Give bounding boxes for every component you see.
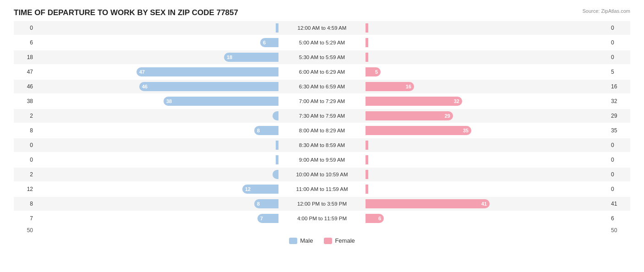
time-label: 12:00 PM to 3:59 PM xyxy=(278,201,366,207)
left-value: 0 xyxy=(14,157,36,163)
male-bar-wrap: 47 xyxy=(123,67,278,77)
male-bar: 8 xyxy=(254,126,278,135)
female-bar xyxy=(366,185,368,194)
male-bar-wrap xyxy=(123,169,278,180)
left-value: 0 xyxy=(14,142,36,148)
legend-female-box xyxy=(324,238,332,244)
table-row: 46466:30 AM to 6:59 AM1616 xyxy=(14,80,630,93)
table-row: 888:00 AM to 8:29 AM3535 xyxy=(14,124,630,137)
female-bar-wrap: 29 xyxy=(366,111,521,121)
time-label: 4:00 PM to 11:59 PM xyxy=(278,216,366,221)
table-row: 8812:00 PM to 3:59 PM4141 xyxy=(14,197,630,211)
chart-title: TIME OF DEPARTURE TO WORK BY SEX IN ZIP … xyxy=(14,8,630,17)
female-bar: 35 xyxy=(366,126,471,135)
legend-male-label: Male xyxy=(300,237,313,244)
bars-center: 1211:00 AM to 11:59 AM xyxy=(36,182,608,196)
legend: Male Female xyxy=(14,237,630,244)
time-label: 10:00 AM to 10:59 AM xyxy=(278,172,366,177)
left-value: 18 xyxy=(14,54,36,60)
female-bar-wrap: 6 xyxy=(366,213,521,223)
left-value: 7 xyxy=(14,215,36,222)
female-bar-wrap xyxy=(366,155,521,165)
female-bar xyxy=(366,141,368,150)
left-value: 6 xyxy=(14,39,36,46)
time-label: 8:30 AM to 8:59 AM xyxy=(278,142,366,148)
male-bar: 38 xyxy=(164,97,278,106)
legend-male-box xyxy=(289,238,297,244)
bars-center: 466:30 AM to 6:59 AM16 xyxy=(36,80,608,93)
female-bar-wrap xyxy=(366,52,521,62)
table-row: 38387:00 AM to 7:29 AM3232 xyxy=(14,94,630,108)
bars-center: 88:00 AM to 8:29 AM35 xyxy=(36,124,608,137)
male-bar-wrap xyxy=(123,23,278,33)
time-label: 9:00 AM to 9:59 AM xyxy=(278,157,366,163)
left-value: 8 xyxy=(14,201,36,207)
left-value: 8 xyxy=(14,127,36,134)
table-row: 09:00 AM to 9:59 AM0 xyxy=(14,153,630,167)
right-value: 6 xyxy=(608,215,630,222)
female-bar-wrap: 35 xyxy=(366,125,521,136)
legend-male: Male xyxy=(289,237,313,244)
right-value: 0 xyxy=(608,142,630,148)
time-label: 11:00 AM to 11:59 AM xyxy=(278,186,366,192)
female-bar xyxy=(366,38,368,47)
left-value: 12 xyxy=(14,186,36,192)
table-row: 210:00 AM to 10:59 AM0 xyxy=(14,168,630,181)
female-bar-wrap xyxy=(366,140,521,150)
axis-row: 50 50 xyxy=(14,227,630,234)
right-value: 32 xyxy=(608,98,630,104)
right-value: 0 xyxy=(608,25,630,31)
male-bar-wrap: 38 xyxy=(123,96,278,106)
right-value: 41 xyxy=(608,201,630,207)
female-bar-wrap: 41 xyxy=(366,199,521,209)
female-bar: 16 xyxy=(366,82,414,91)
left-value: 47 xyxy=(14,69,36,75)
legend-female: Female xyxy=(324,237,355,244)
male-bar: 12 xyxy=(242,185,278,194)
axis-left-label: 50 xyxy=(14,227,36,234)
bars-center: 476:00 AM to 6:29 AM5 xyxy=(36,65,608,79)
time-label: 6:00 AM to 6:29 AM xyxy=(278,69,366,75)
bars-center: 7:30 AM to 7:59 AM29 xyxy=(36,109,608,123)
left-value: 0 xyxy=(14,25,36,31)
right-value: 29 xyxy=(608,113,630,119)
male-bar-wrap: 8 xyxy=(123,199,278,209)
bars-center: 387:00 AM to 7:29 AM32 xyxy=(36,94,608,108)
female-bar xyxy=(366,155,368,164)
time-label: 5:30 AM to 5:59 AM xyxy=(278,54,366,60)
left-value: 2 xyxy=(14,171,36,178)
table-row: 012:00 AM to 4:59 AM0 xyxy=(14,21,630,35)
table-row: 665:00 AM to 5:29 AM0 xyxy=(14,36,630,49)
time-label: 5:00 AM to 5:29 AM xyxy=(278,40,366,45)
time-label: 7:30 AM to 7:59 AM xyxy=(278,113,366,119)
left-value: 46 xyxy=(14,83,36,90)
bars-center: 9:00 AM to 9:59 AM xyxy=(36,153,608,167)
male-bar-wrap: 12 xyxy=(123,184,278,194)
female-bar: 32 xyxy=(366,97,462,106)
male-bar: 46 xyxy=(139,82,278,91)
male-bar-wrap: 18 xyxy=(123,52,278,62)
male-bar: 6 xyxy=(260,38,278,47)
right-value: 16 xyxy=(608,83,630,90)
female-bar-wrap: 16 xyxy=(366,82,521,92)
male-bar: 8 xyxy=(254,199,278,208)
male-bar: 47 xyxy=(136,67,278,76)
female-bar-wrap xyxy=(366,184,521,194)
table-row: 08:30 AM to 8:59 AM0 xyxy=(14,138,630,152)
female-bar-wrap: 32 xyxy=(366,96,521,106)
female-bar: 29 xyxy=(366,111,453,120)
bars-center: 65:00 AM to 5:29 AM xyxy=(36,36,608,49)
table-row: 47476:00 AM to 6:29 AM55 xyxy=(14,65,630,79)
male-bar-wrap: 8 xyxy=(123,125,278,136)
bars-center: 74:00 PM to 11:59 PM6 xyxy=(36,212,608,225)
right-value: 0 xyxy=(608,39,630,46)
female-bar-wrap xyxy=(366,169,521,180)
legend-female-label: Female xyxy=(335,237,355,244)
time-label: 8:00 AM to 8:29 AM xyxy=(278,128,366,133)
female-bar: 5 xyxy=(366,67,381,76)
table-row: 27:30 AM to 7:59 AM2929 xyxy=(14,109,630,123)
male-bar-wrap xyxy=(123,155,278,165)
table-row: 774:00 PM to 11:59 PM66 xyxy=(14,212,630,225)
male-bar: 7 xyxy=(257,214,278,223)
table-row: 121211:00 AM to 11:59 AM0 xyxy=(14,182,630,196)
